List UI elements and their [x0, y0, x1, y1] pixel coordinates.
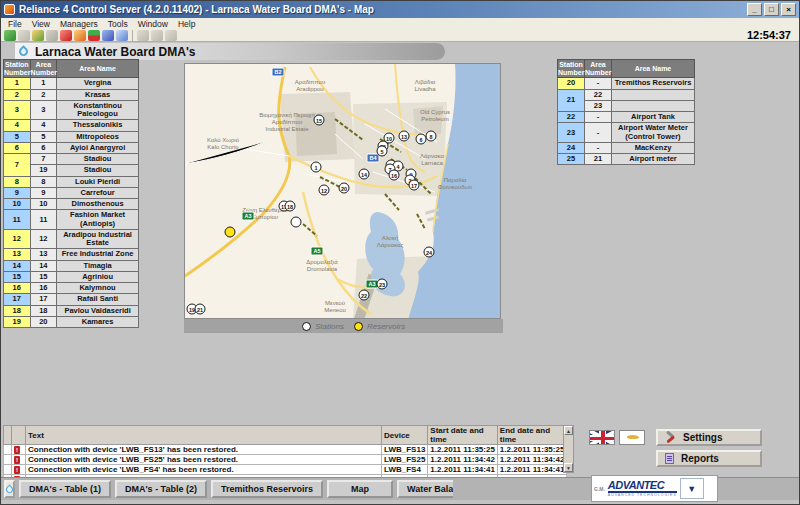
table-row: 24-MacKenzy: [558, 142, 695, 153]
table-row: 22-Airport Tank: [558, 112, 695, 123]
menu-view[interactable]: View: [27, 19, 55, 29]
station-marker[interactable]: 24: [424, 247, 435, 258]
map-place-label: Μενεού Meneou: [303, 300, 367, 314]
settings-button[interactable]: Settings: [656, 429, 762, 446]
table-row: 1212Aradipou Industrial Estate: [4, 229, 139, 249]
nav-map[interactable]: Map: [327, 480, 393, 498]
app-window: Reliance 4 Control Server (4.2.0.11402) …: [0, 0, 800, 505]
pdf-document-icon[interactable]: [60, 30, 72, 41]
station-marker[interactable]: 18: [285, 201, 296, 212]
maximize-button[interactable]: □: [764, 3, 779, 16]
toolbar: [1, 29, 799, 42]
water-drop-icon: [17, 45, 30, 58]
map-canvas[interactable]: Αραδίππου AradippouΛιβάδια LivadhaΚαλό Χ…: [184, 63, 501, 319]
toolbar-separator: [132, 30, 133, 41]
chart-icon[interactable]: [88, 30, 100, 41]
home-button[interactable]: [4, 480, 15, 498]
menu-file[interactable]: File: [3, 19, 27, 29]
table-row: 11Vergina: [4, 78, 139, 89]
back-icon[interactable]: [4, 30, 16, 41]
road-shield: B2: [271, 68, 284, 77]
table-row: 1920Kamares: [4, 316, 139, 327]
menu-tools[interactable]: Tools: [103, 19, 133, 29]
map-place-label: Καλό Χωριό Kalo Chorio: [191, 137, 255, 151]
table-row: 2122: [558, 89, 695, 100]
table-row: 1515Agriniou: [4, 271, 139, 282]
log-row[interactable]: ! Connection with device 'LWB_FS4' has b…: [4, 465, 567, 475]
station-marker[interactable]: [291, 217, 302, 228]
col-header-name: Area Name: [57, 60, 139, 78]
table-row: 1010Dimosthenous: [4, 199, 139, 210]
map-place-label: Βιομηχανική Περιοχή Αραδίππου Industrial…: [255, 112, 319, 133]
col-header-area: Area Number: [584, 60, 611, 78]
log-icon-header: [12, 426, 26, 445]
table-row: 1616Kalymnou: [4, 283, 139, 294]
station-marker[interactable]: 17: [409, 180, 420, 191]
road-shield: A3: [241, 212, 254, 221]
compass-icon[interactable]: [116, 30, 128, 41]
uk-flag[interactable]: [589, 430, 615, 445]
station-marker[interactable]: 5: [377, 146, 388, 157]
menu-managers[interactable]: Managers: [55, 19, 103, 29]
scroll-down-icon[interactable]: ▼: [564, 463, 573, 472]
station-marker[interactable]: 20: [339, 183, 350, 194]
table-row: 99Carrefour: [4, 187, 139, 198]
print-preview-icon[interactable]: [151, 30, 163, 41]
legend-reservoirs: Reservoirs: [354, 322, 405, 331]
tools-icon: [665, 432, 676, 443]
station-marker[interactable]: 13: [399, 131, 410, 142]
table-row: 2521Airport meter: [558, 154, 695, 165]
station-marker[interactable]: 12: [319, 185, 330, 196]
user-logout-icon[interactable]: [46, 30, 58, 41]
reservoir-marker-icon: [354, 322, 363, 331]
menu-help[interactable]: Help: [173, 19, 200, 29]
user-login-icon[interactable]: [32, 30, 44, 41]
table-row: 66Ayioi Anargyroi: [4, 142, 139, 153]
report-document-icon[interactable]: [102, 30, 114, 41]
nav-dma-table-1[interactable]: DMA's - Table (1): [19, 480, 111, 498]
dma-table-left: Station Number Area Number Area Name 11V…: [3, 59, 139, 328]
map-place-label: Old Cyprus Petroleum: [403, 109, 467, 123]
report-icon: [665, 453, 674, 464]
table-row: 22Krasas: [4, 89, 139, 100]
table-row: 33Konstantinou Paleologou: [4, 100, 139, 120]
station-marker[interactable]: 14: [359, 169, 370, 180]
station-marker[interactable]: 22: [359, 290, 370, 301]
station-marker[interactable]: 8: [426, 131, 437, 142]
menu-window[interactable]: Window: [133, 19, 173, 29]
log-selector-header: [4, 426, 12, 445]
table-row: 55Mitropoleos: [4, 131, 139, 142]
map-place-label: Αλυκή Λάρνακας: [358, 235, 422, 249]
table-row: 1717Rafail Santi: [4, 294, 139, 305]
print-icon[interactable]: [137, 30, 149, 41]
scroll-up-icon[interactable]: ▲: [564, 426, 573, 435]
bottom-nav: DMA's - Table (1) DMA's - Table (2) Trem…: [1, 477, 453, 500]
close-button[interactable]: ×: [781, 3, 796, 16]
col-header-station: Station Number: [558, 60, 585, 78]
alarm-event-icon: !: [14, 466, 20, 474]
alarm-event-icon: !: [14, 446, 20, 454]
printer-setup-icon[interactable]: [165, 30, 177, 41]
station-marker[interactable]: 15: [314, 115, 325, 126]
nav-dma-table-2[interactable]: DMA's - Table (2): [115, 480, 207, 498]
station-marker[interactable]: 21: [195, 304, 206, 315]
window-title: Reliance 4 Control Server (4.2.0.11402) …: [19, 4, 743, 15]
alarm-document-icon[interactable]: [74, 30, 86, 41]
forward-icon[interactable]: [18, 30, 30, 41]
page-title-bar: Larnaca Water Board DMA's: [15, 43, 445, 60]
log-start-header: Start date and time: [428, 426, 498, 445]
log-row[interactable]: ! Connection with device 'LWB_FS13' has …: [4, 445, 567, 455]
table-row: 88Louki Pieridi: [4, 176, 139, 187]
reservoir-marker[interactable]: [225, 227, 236, 238]
nav-tremithos-reservoirs[interactable]: Tremithos Reservoirs: [211, 480, 323, 498]
minimize-button[interactable]: _: [747, 3, 762, 16]
cyprus-flag[interactable]: [619, 430, 645, 445]
station-marker[interactable]: 1: [311, 162, 322, 173]
station-marker[interactable]: 16: [389, 170, 400, 181]
page-title: Larnaca Water Board DMA's: [35, 45, 195, 59]
log-scrollbar[interactable]: ▲ ▼: [563, 425, 574, 473]
station-marker[interactable]: 23: [377, 279, 388, 290]
reports-button[interactable]: Reports: [656, 450, 762, 467]
log-row[interactable]: ! Connection with device 'LWB_FS25' has …: [4, 455, 567, 465]
map-place-label: Παραλία Φοινικούδων: [423, 177, 487, 191]
